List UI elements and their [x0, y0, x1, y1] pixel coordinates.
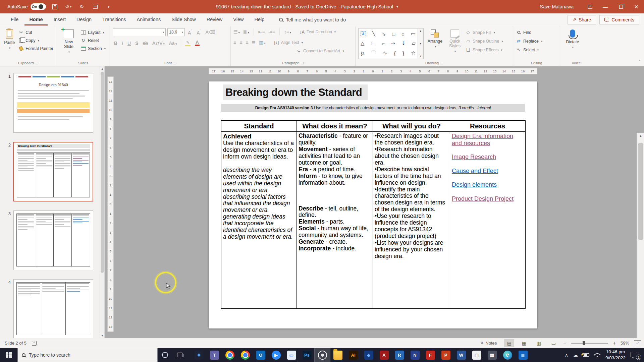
share-button[interactable]: ⇗Share [568, 15, 596, 24]
ribbon-tab[interactable]: Review [202, 14, 227, 25]
collapse-ribbon-button[interactable]: ⌃ [638, 60, 641, 64]
drawing-dialog-launcher[interactable] [440, 62, 443, 64]
font-color-button[interactable]: A [194, 40, 201, 47]
restore-button[interactable] [613, 0, 629, 13]
zoom-in-button[interactable]: + [613, 340, 616, 346]
ribbon-tab[interactable]: Slide Show [167, 14, 201, 25]
reading-view-button[interactable]: ▥ [534, 339, 544, 347]
undo-button[interactable]: ↺▾ [64, 2, 73, 11]
ribbon-tab[interactable]: Insert [49, 14, 70, 25]
decrease-font-size-button[interactable]: Aˇ [195, 28, 202, 36]
star-shape-icon[interactable]: ☆ [411, 50, 416, 56]
taskbar-clock[interactable]: 10:46 pm 9/03/2022 [605, 349, 626, 361]
replace-button[interactable]: ⇄Replace▾ [516, 38, 542, 44]
shape-effects-button[interactable]: ❏Shape Effects▾ [465, 47, 503, 53]
shadow-button[interactable]: S [134, 40, 140, 47]
font-dialog-launcher[interactable] [173, 62, 176, 64]
taskbar-app-icon[interactable]: ◼ [515, 348, 531, 362]
autosave-switch[interactable]: On [31, 3, 46, 10]
textbox-shape-icon[interactable]: A [361, 32, 366, 36]
ribbon-tab[interactable]: View [228, 14, 248, 25]
comments-button[interactable]: Comments [599, 15, 639, 24]
taskbar-app-icon[interactable]: ▦ [484, 348, 500, 362]
copy-button[interactable]: Copy▾ [18, 38, 53, 43]
tray-expand-icon[interactable]: ∧ [565, 352, 568, 358]
rounded-rect-shape-icon[interactable]: ▭ [411, 31, 416, 37]
left-brace-shape-icon[interactable]: { [394, 50, 396, 56]
paragraph-dialog-launcher[interactable] [301, 62, 304, 64]
slide-banner[interactable]: Design Era AS91340 version 3 Use the cha… [221, 104, 525, 112]
ribbon-tab[interactable]: Home [24, 14, 47, 25]
normal-view-button[interactable]: ▤ [504, 339, 514, 347]
resource-link[interactable]: Cause and Effect [452, 168, 524, 175]
taskbar-app-icon[interactable]: N [407, 348, 423, 362]
bullets-button[interactable]: ☰▾ [233, 29, 240, 35]
taskbar-app-icon[interactable] [330, 348, 345, 362]
increase-font-size-button[interactable]: Aˆ [186, 28, 194, 36]
font-size-combo[interactable]: 18.9▾ [167, 28, 185, 36]
underline-button[interactable]: U [126, 40, 132, 47]
select-button[interactable]: ↖Select▾ [516, 47, 542, 53]
taskbar-app-icon[interactable]: T [207, 348, 222, 362]
line-shape-icon[interactable]: ╲ [372, 31, 375, 37]
thumbnail-scroll-down-icon[interactable]: ▼ [100, 333, 105, 338]
taskbar-app-icon[interactable]: e [500, 348, 515, 362]
ribbon-tab[interactable]: Design [72, 14, 96, 25]
curve-shape-icon[interactable]: ∿ [383, 50, 387, 56]
slide-editor[interactable]: Breaking down the Standard Design Era AS… [209, 81, 537, 328]
format-painter-button[interactable]: Format Painter [18, 46, 53, 51]
slide-1-thumbnail[interactable]: Design era 91340 [13, 73, 93, 133]
right-arrow-shape-icon[interactable]: ⇒ [391, 40, 395, 46]
cortana-button[interactable] [158, 348, 172, 362]
text-direction-button[interactable]: ↓AText Direction▾ [299, 29, 336, 35]
numbering-button[interactable]: ≣▾ [243, 29, 249, 35]
customize-qat-button[interactable]: ▾ [104, 2, 113, 11]
taskbar-app-icon[interactable]: ▢ [469, 348, 484, 362]
layout-button[interactable]: Layout▾ [80, 29, 106, 35]
resource-link[interactable]: Image Research [452, 154, 524, 161]
ribbon-tab[interactable]: Transitions [98, 14, 130, 25]
start-button[interactable] [0, 348, 17, 362]
onedrive-icon[interactable]: ☁ [573, 352, 578, 358]
start-slideshow-button[interactable] [91, 2, 100, 11]
convert-to-smartart-button[interactable]: ⤷Convert to SmartArt▾ [296, 48, 344, 54]
italic-button[interactable]: I [120, 40, 124, 47]
fit-slide-to-window-button[interactable]: ⤢ [634, 340, 641, 346]
elbow-arrow-shape-icon[interactable]: ⌐ [382, 41, 385, 46]
battery-icon[interactable]: ⚡ [583, 353, 589, 357]
taskbar-app-icon[interactable]: F [423, 348, 438, 362]
shapes-gallery-scroll[interactable]: ▲▼⊽ [418, 28, 424, 59]
align-center-button[interactable]: ≡ [239, 40, 242, 45]
slide-counter[interactable]: Slide 2 of 5 [5, 341, 26, 346]
action-center-button[interactable]: 1 [631, 351, 641, 359]
zoom-out-button[interactable]: − [563, 340, 566, 346]
table-cell-resources[interactable]: Design Era information and resourcesImag… [450, 132, 525, 308]
taskbar-app-icon[interactable]: ◆ [361, 348, 376, 362]
taskbar-app-icon[interactable]: P [438, 348, 453, 362]
justify-button[interactable]: ≣ [252, 40, 256, 45]
taskbar-app-icon[interactable]: A [376, 348, 392, 362]
triangle-shape-icon[interactable]: △ [361, 40, 365, 46]
reset-button[interactable]: ↻Reset [80, 38, 106, 43]
resource-link[interactable]: Design Era information and resources [452, 133, 524, 146]
dictate-button[interactable]: Dictate▾ [563, 28, 582, 59]
arrange-button[interactable]: Arrange▾ [426, 28, 444, 59]
standard-table[interactable]: StandardWhat does it mean?What will you … [221, 120, 526, 309]
ribbon-display-options-button[interactable] [582, 0, 598, 13]
taskbar-app-icon[interactable]: Ps [299, 348, 315, 362]
highlight-color-button[interactable]: ✎ [184, 40, 192, 47]
accessibility-checker-icon[interactable] [32, 341, 37, 346]
scribble-shape-icon[interactable]: ℘ [361, 50, 364, 56]
align-left-button[interactable]: ≡ [233, 40, 236, 45]
thumbnail-scrollbar[interactable]: ▲ ▼ [100, 66, 104, 338]
taskbar-app-icon[interactable]: O [253, 348, 268, 362]
taskbar-app-icon[interactable]: W [453, 348, 469, 362]
table-cell-standard[interactable]: Achieved Use the characteristics of a de… [221, 132, 297, 308]
shapes-gallery[interactable]: A╲↘□○▭ △∟⌐⇒⇓▱ ℘⌒∿{}☆ [358, 28, 418, 59]
taskbar-app-icon[interactable] [315, 348, 330, 362]
arrow-shape-icon[interactable]: ↘ [382, 31, 386, 37]
bold-button[interactable]: B [113, 40, 119, 47]
ribbon-tab[interactable]: Help [250, 14, 269, 25]
wifi-icon[interactable] [594, 353, 600, 357]
ribbon-tab[interactable]: File [6, 14, 23, 25]
